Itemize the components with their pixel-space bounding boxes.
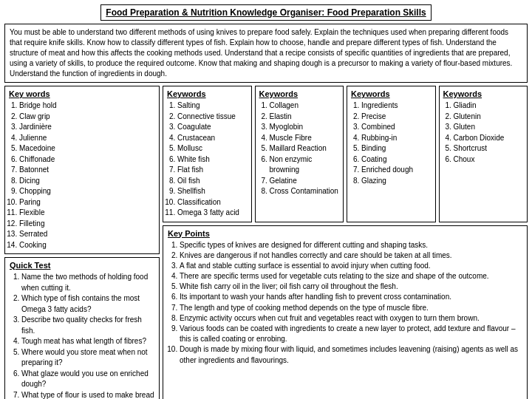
list-item: Chiffonade bbox=[19, 154, 155, 166]
list-item: White fish carry oil in the liver; oil f… bbox=[180, 282, 522, 292]
list-item: Specific types of knives are designed fo… bbox=[180, 240, 522, 250]
list-item: Julienne bbox=[19, 133, 155, 144]
keyword-box-5: Keywords Gliadin Glutenin Gluten Carbon … bbox=[439, 86, 528, 222]
page-title: Food Preparation & Nutrition Knowledge O… bbox=[100, 4, 431, 21]
list-item: Name the two methods of holding food whe… bbox=[21, 272, 154, 293]
list-item: Crustacean bbox=[177, 133, 248, 144]
list-item: Omega 3 fatty acid bbox=[177, 208, 248, 219]
list-item: Shortcrust bbox=[454, 143, 524, 154]
keyword-box-2: Keywords Salting Connective tissue Coagu… bbox=[163, 86, 252, 222]
main-area: Key words Bridge hold Claw grip Jardiniè… bbox=[4, 86, 528, 399]
list-item: Where would you store meat when not prep… bbox=[21, 347, 154, 369]
kw4-title: Keywords bbox=[351, 89, 432, 98]
kw2-title: Keywords bbox=[167, 89, 248, 98]
list-item: Ingredients bbox=[361, 100, 432, 112]
list-item: Serrated bbox=[19, 229, 155, 240]
list-item: Which type of fish contains the most Ome… bbox=[21, 293, 154, 315]
list-item: Its important to wash your hands after h… bbox=[180, 292, 522, 302]
list-item: Carbon Dioxide bbox=[454, 133, 524, 144]
quick-test-title: Quick Test bbox=[10, 261, 154, 270]
intro-text: You must be able to understand two diffe… bbox=[4, 24, 528, 83]
list-item: Choux bbox=[454, 154, 524, 166]
list-item: Elastin bbox=[270, 112, 340, 123]
left-column: Key words Bridge hold Claw grip Jardiniè… bbox=[4, 86, 160, 399]
list-item: Jardinière bbox=[19, 122, 155, 133]
kw5-title: Keywords bbox=[443, 89, 524, 98]
list-item: Glutenin bbox=[454, 112, 524, 123]
list-item: Describe two quality checks for fresh fi… bbox=[21, 315, 154, 336]
list-item: There are specific terms used for vegeta… bbox=[180, 271, 522, 282]
list-item: The length and type of cooking method de… bbox=[180, 303, 522, 313]
kw3-title: Keywords bbox=[259, 89, 340, 98]
page: Food Preparation & Nutrition Knowledge O… bbox=[0, 0, 532, 399]
key-points-title: Key Points bbox=[168, 229, 522, 238]
list-item: Batonnet bbox=[19, 165, 155, 176]
list-item: What glaze would you use on enriched dou… bbox=[21, 369, 154, 390]
list-item: Glazing bbox=[361, 176, 432, 187]
keyword-box-1: Key words Bridge hold Claw grip Jardiniè… bbox=[4, 86, 160, 254]
list-item: Classification bbox=[177, 197, 248, 208]
list-item: Bridge hold bbox=[19, 100, 155, 112]
list-item: White fish bbox=[177, 154, 248, 166]
list-item: Dough is made by mixing flour with liqui… bbox=[180, 344, 522, 365]
list-item: A flat and stable cutting surface is ess… bbox=[180, 261, 522, 271]
list-item: Chopping bbox=[19, 186, 155, 197]
list-item: Enriched dough bbox=[361, 165, 432, 176]
list-item: Macedoine bbox=[19, 143, 155, 154]
list-item: Maillard Reaction bbox=[270, 143, 340, 154]
kw4-list: Ingredients Precise Combined Rubbing-in … bbox=[351, 100, 432, 186]
list-item: Non enzymic browning bbox=[270, 154, 340, 176]
list-item: Cooking bbox=[19, 240, 155, 251]
list-item: Salting bbox=[177, 100, 248, 112]
kw3-list: Collagen Elastin Myoglobin Muscle Fibre … bbox=[259, 100, 340, 197]
list-item: Oil fish bbox=[177, 176, 248, 187]
right-column: Keywords Salting Connective tissue Coagu… bbox=[163, 86, 528, 399]
keyword-box-3: Keywords Collagen Elastin Myoglobin Musc… bbox=[255, 86, 344, 222]
list-item: Paring bbox=[19, 197, 155, 208]
list-item: Claw grip bbox=[19, 112, 155, 123]
list-item: Connective tissue bbox=[177, 112, 248, 123]
list-item: Coagulate bbox=[177, 122, 248, 133]
list-item: Precise bbox=[361, 112, 432, 123]
list-item: Muscle Fibre bbox=[270, 133, 340, 144]
quick-test-box: Quick Test Name the two methods of holdi… bbox=[4, 257, 160, 399]
list-item: Binding bbox=[361, 143, 432, 154]
kw5-list: Gliadin Glutenin Gluten Carbon Dioxide S… bbox=[443, 100, 524, 165]
key-points-list: Specific types of knives are designed fo… bbox=[168, 240, 522, 366]
key-points-box: Key Points Specific types of knives are … bbox=[163, 225, 528, 400]
keywords-row: Keywords Salting Connective tissue Coagu… bbox=[163, 86, 528, 222]
kw2-list: Salting Connective tissue Coagulate Crus… bbox=[167, 100, 248, 219]
list-item: Gelatine bbox=[270, 176, 340, 187]
kw1-list: Bridge hold Claw grip Jardinière Julienn… bbox=[9, 100, 155, 250]
list-item: Collagen bbox=[270, 100, 340, 112]
list-item: Dicing bbox=[19, 176, 155, 187]
list-item: Shellfish bbox=[177, 186, 248, 197]
list-item: Gluten bbox=[454, 122, 524, 133]
list-item: Tough meat has what length of fibres? bbox=[21, 336, 154, 347]
list-item: Myoglobin bbox=[270, 122, 340, 133]
keyword-box-4: Keywords Ingredients Precise Combined Ru… bbox=[347, 86, 436, 222]
list-item: What type of flour is used to make bread… bbox=[21, 390, 154, 400]
list-item: Coating bbox=[361, 154, 432, 166]
list-item: Combined bbox=[361, 122, 432, 133]
list-item: Flexible bbox=[19, 208, 155, 219]
list-item: Various foods can be coated with ingredi… bbox=[180, 324, 522, 344]
list-item: Flat fish bbox=[177, 165, 248, 176]
list-item: Gliadin bbox=[454, 100, 524, 112]
list-item: Filleting bbox=[19, 219, 155, 230]
quick-test-list: Name the two methods of holding food whe… bbox=[10, 272, 154, 399]
list-item: Rubbing-in bbox=[361, 133, 432, 144]
list-item: Knives are dangerous if not handles corr… bbox=[180, 250, 522, 261]
kw1-title: Key words bbox=[9, 89, 155, 98]
list-item: Cross Contamination bbox=[270, 186, 340, 197]
list-item: Enzymic activity occurs when cut fruit a… bbox=[180, 313, 522, 324]
list-item: Mollusc bbox=[177, 143, 248, 154]
